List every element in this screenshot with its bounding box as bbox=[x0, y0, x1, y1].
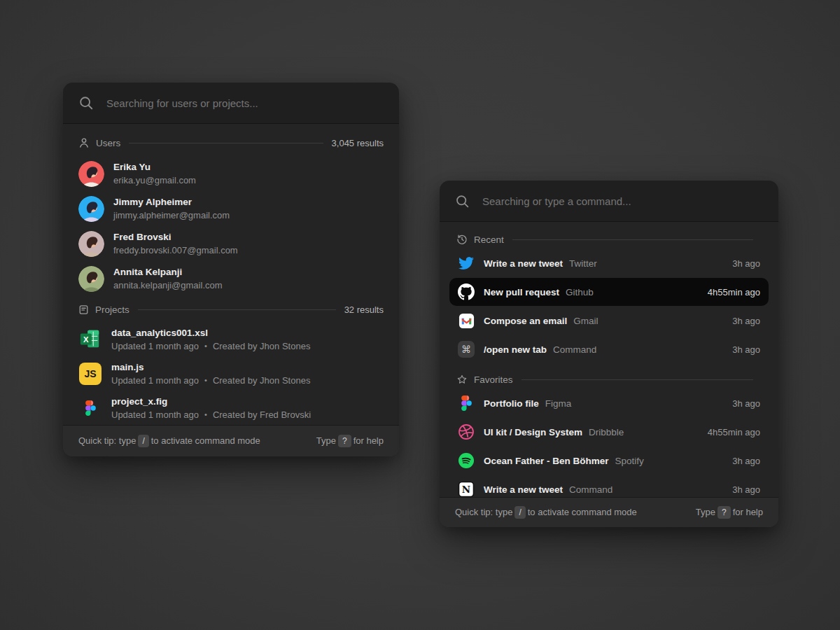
project-meta: Updated 1 month ago • Created by Fred Br… bbox=[111, 409, 311, 421]
user-name: Jimmy Alpheimer bbox=[113, 196, 230, 208]
user-result-row[interactable]: Erika Yu erika.yu@gmail.com bbox=[78, 160, 384, 187]
project-created-by: Created by Jhon Stones bbox=[213, 340, 310, 352]
figma-icon bbox=[458, 395, 475, 412]
command-time: 3h ago bbox=[732, 258, 760, 269]
recent-command-row[interactable]: Compose an email Gmail 3h ago bbox=[449, 307, 769, 335]
search-icon bbox=[455, 194, 470, 209]
desktop-background: Users 3,045 results Erika Yu erika.yu@gm… bbox=[0, 0, 840, 630]
user-result-row[interactable]: Fred Brovski freddy.brovski.007@gmail.co… bbox=[78, 230, 384, 257]
favorite-command-row[interactable]: N Write a new tweet Command 3h ago bbox=[449, 475, 769, 497]
section-divider bbox=[522, 379, 753, 380]
meta-separator: • bbox=[204, 374, 207, 386]
slash-key-badge: / bbox=[138, 435, 148, 447]
favorites-list: Portfolio file Figma 3h ago UI kit / Des… bbox=[456, 389, 762, 497]
project-result-row[interactable]: project_x.fig Updated 1 month ago • Crea… bbox=[78, 395, 384, 421]
command-title: Ocean Father - Ben Böhmer bbox=[484, 456, 609, 466]
project-result-row[interactable]: JS main.js Updated 1 month ago • Created… bbox=[78, 360, 384, 387]
svg-text:X: X bbox=[83, 335, 89, 344]
user-email: annita.kelpanji@gmail.com bbox=[113, 279, 223, 291]
project-updated: Updated 1 month ago bbox=[111, 340, 199, 352]
avatar bbox=[78, 196, 104, 222]
command-search-input[interactable] bbox=[481, 195, 763, 208]
users-projects-search-palette: Users 3,045 results Erika Yu erika.yu@gm… bbox=[63, 83, 399, 456]
history-icon bbox=[456, 234, 468, 245]
command-icon: ⌘ bbox=[458, 341, 475, 358]
user-name: Erika Yu bbox=[113, 161, 196, 173]
favorite-command-row[interactable]: UI kit / Design System Dribbble 4h55min … bbox=[449, 418, 769, 446]
command-title: /open new tab bbox=[484, 344, 547, 355]
projects-results-count: 32 results bbox=[344, 304, 384, 315]
recent-command-row[interactable]: Write a new tweet Twitter 3h ago bbox=[449, 249, 769, 277]
command-app: Figma bbox=[545, 398, 572, 409]
results-list: Users 3,045 results Erika Yu erika.yu@gm… bbox=[63, 124, 399, 425]
user-result-row[interactable]: Annita Kelpanji annita.kelpanji@gmail.co… bbox=[78, 265, 384, 292]
favorite-command-row[interactable]: Portfolio file Figma 3h ago bbox=[449, 389, 769, 417]
projects-list: X data_analytics001.xsl Updated 1 month … bbox=[78, 326, 384, 421]
recent-list: Write a new tweet Twitter 3h ago New pul… bbox=[456, 249, 762, 363]
excel-icon: X bbox=[78, 328, 102, 351]
favorite-command-row[interactable]: Ocean Father - Ben Böhmer Spotify 3h ago bbox=[449, 447, 769, 475]
projects-section-header: Projects 32 results bbox=[78, 300, 384, 318]
avatar bbox=[78, 266, 104, 292]
command-time: 3h ago bbox=[732, 484, 760, 495]
notion-icon: N bbox=[458, 481, 475, 497]
user-result-row[interactable]: Jimmy Alpheimer jimmy.alpheimer@gmail.co… bbox=[78, 195, 384, 222]
star-icon bbox=[456, 374, 468, 385]
search-bar[interactable] bbox=[63, 83, 399, 124]
user-email: jimmy.alpheimer@gmail.com bbox=[113, 209, 230, 221]
project-meta: Updated 1 month ago • Created by Jhon St… bbox=[111, 374, 310, 386]
project-result-row[interactable]: X data_analytics001.xsl Updated 1 month … bbox=[78, 326, 384, 353]
command-time: 4h55min ago bbox=[708, 287, 760, 298]
section-divider bbox=[129, 143, 323, 144]
help-hint: Type?for help bbox=[316, 435, 384, 447]
command-app: Gmail bbox=[573, 316, 598, 326]
user-icon bbox=[78, 137, 90, 148]
command-time: 3h ago bbox=[732, 344, 760, 355]
slash-key-badge: / bbox=[514, 506, 525, 519]
command-title: Portfolio file bbox=[484, 398, 539, 409]
figma-icon bbox=[78, 396, 102, 420]
file-icon bbox=[78, 304, 89, 315]
project-name: main.js bbox=[111, 361, 310, 373]
command-title: Compose an email bbox=[484, 316, 567, 326]
command-app: Github bbox=[566, 287, 594, 298]
search-icon bbox=[78, 95, 94, 111]
command-time: 3h ago bbox=[732, 456, 760, 466]
users-list: Erika Yu erika.yu@gmail.com Jimmy Alphei… bbox=[78, 160, 384, 292]
recent-command-row[interactable]: New pull request Github 4h55min ago bbox=[449, 278, 769, 306]
svg-text:N: N bbox=[462, 484, 470, 495]
avatar bbox=[78, 231, 104, 257]
palette-footer: Quick tip: type/to activate command mode… bbox=[440, 497, 778, 527]
users-section-header: Users 3,045 results bbox=[78, 134, 384, 152]
user-name: Fred Brovski bbox=[113, 231, 238, 243]
avatar bbox=[78, 161, 104, 187]
help-hint: Type?for help bbox=[696, 506, 763, 519]
user-email: freddy.brovski.007@gmail.com bbox=[113, 244, 238, 256]
twitter-icon bbox=[458, 255, 475, 272]
meta-separator: • bbox=[204, 340, 207, 352]
quick-tip: Quick tip: type/to activate command mode bbox=[78, 435, 260, 447]
palette-footer: Quick tip: type/to activate command mode… bbox=[63, 425, 399, 456]
command-title: UI kit / Design System bbox=[484, 427, 582, 438]
command-app: Spotify bbox=[615, 456, 644, 466]
users-results-count: 3,045 results bbox=[332, 138, 384, 148]
user-name: Annita Kelpanji bbox=[113, 266, 223, 278]
recent-command-row[interactable]: ⌘ /open new tab Command 3h ago bbox=[449, 335, 769, 363]
search-input[interactable] bbox=[105, 97, 384, 110]
favorites-section-label: Favorites bbox=[474, 374, 513, 385]
command-app: Command bbox=[569, 484, 612, 495]
project-created-by: Created by Fred Brovski bbox=[213, 409, 311, 421]
project-meta: Updated 1 month ago • Created by Jhon St… bbox=[111, 340, 310, 352]
search-bar[interactable] bbox=[440, 181, 778, 222]
project-name: project_x.fig bbox=[111, 396, 311, 407]
project-created-by: Created by Jhon Stones bbox=[213, 374, 310, 386]
command-app: Command bbox=[553, 344, 596, 355]
command-time: 3h ago bbox=[732, 316, 760, 326]
command-app: Dribbble bbox=[589, 427, 624, 438]
meta-separator: • bbox=[204, 409, 207, 421]
command-time: 4h55min ago bbox=[708, 427, 760, 438]
js-icon: JS bbox=[78, 362, 102, 386]
dribbble-icon bbox=[458, 424, 475, 440]
projects-section-label: Projects bbox=[95, 304, 130, 315]
question-key-badge: ? bbox=[338, 435, 351, 447]
